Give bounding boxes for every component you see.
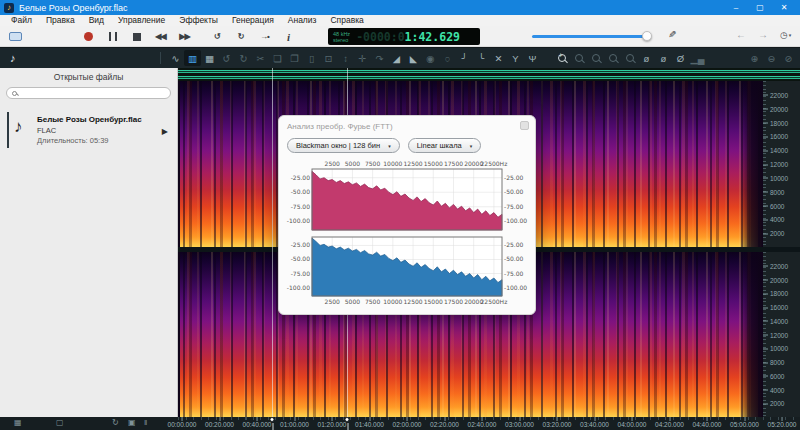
bottom-bar: 00:00.00000:20.00000:40.00001:00.00001:2… xyxy=(0,417,800,430)
paste-button[interactable]: ❐ xyxy=(286,50,303,66)
skip-forward-button[interactable]: ▶▶ xyxy=(177,26,192,47)
ruler-zoom-out-icon[interactable]: ⊖ xyxy=(763,50,780,66)
svg-text:22500Hz: 22500Hz xyxy=(481,160,508,167)
freq-label: 16000 xyxy=(770,133,788,140)
pen-icon[interactable]: ✎ xyxy=(668,29,676,40)
time-format-dropdown[interactable]: ◷ ▾ xyxy=(780,30,791,40)
cut-button[interactable]: ✂ xyxy=(252,50,269,66)
menu-item-2[interactable]: Правка xyxy=(39,15,82,26)
loop-indicator-icon[interactable]: ↻ xyxy=(112,418,119,427)
menu-item-1[interactable]: Файл xyxy=(4,15,39,26)
spin-tool-button[interactable]: ↷ xyxy=(371,50,388,66)
window-title: Белые Розы Оренбург.flac xyxy=(19,3,127,13)
files-list-view-button[interactable]: ▦ xyxy=(14,418,22,427)
trim-button[interactable]: ⊡ xyxy=(320,50,337,66)
freq-label: 6000 xyxy=(770,202,784,209)
waveform-view-button[interactable]: ∿ xyxy=(167,50,184,66)
pause-button[interactable] xyxy=(105,26,120,47)
move-tool-button[interactable]: ✛ xyxy=(354,50,371,66)
redo-button[interactable]: ↻ xyxy=(235,50,252,66)
menu-item-3[interactable]: Вид xyxy=(82,15,111,26)
svg-text:7500: 7500 xyxy=(365,160,380,167)
fit-vertical-button[interactable]: ↕ xyxy=(337,50,354,66)
selection-marker[interactable] xyxy=(345,417,350,422)
delete-button[interactable]: ▯ xyxy=(303,50,320,66)
copy-button[interactable]: ❏ xyxy=(269,50,286,66)
compact-view-button[interactable]: ▢ xyxy=(56,418,64,427)
stop-button[interactable] xyxy=(129,26,144,47)
fft-charts: -25.00-25.00-50.00-50.00-75.00-75.00-100… xyxy=(287,160,527,307)
volume-slider-thumb[interactable] xyxy=(642,31,652,41)
time-label: 01:40.000 xyxy=(355,421,384,428)
menu-item-8[interactable]: Справка xyxy=(323,15,370,26)
zoom-out-button[interactable] xyxy=(570,50,587,66)
skip-back-button[interactable]: ◀◀ xyxy=(153,26,168,47)
edit-select-button[interactable]: ø xyxy=(638,50,655,66)
close-button[interactable]: ✕ xyxy=(772,0,796,15)
y-split-tool-button[interactable]: Y xyxy=(507,50,524,66)
repeat-button[interactable]: ↻ xyxy=(233,26,248,47)
maximize-button[interactable]: ▢ xyxy=(748,0,772,15)
minimap-toggle-icon[interactable]: ▣ xyxy=(128,418,136,427)
menu-item-6[interactable]: Генерация xyxy=(225,15,281,26)
time-label: 00:20.000 xyxy=(205,421,234,428)
selection-line[interactable] xyxy=(272,68,273,417)
fade-in-button[interactable]: ◢ xyxy=(388,50,405,66)
undo-button[interactable]: ↺ xyxy=(218,50,235,66)
time-label: 03:20.000 xyxy=(543,421,572,428)
freq-label: 10000 xyxy=(770,174,788,181)
menu-item-4[interactable]: Управление xyxy=(111,15,172,26)
dialog-detach-button[interactable] xyxy=(520,121,529,130)
files-panel-note-icon[interactable]: ♪ xyxy=(10,52,16,64)
curve-in-tool-button[interactable]: ╯ xyxy=(456,50,473,66)
zoom-selection-button[interactable] xyxy=(587,50,604,66)
info-button[interactable]: i xyxy=(281,26,296,47)
scale-type-select[interactable]: Linear шкала ▾ xyxy=(408,138,482,153)
zoom-full-button[interactable] xyxy=(621,50,638,66)
volume-slider[interactable] xyxy=(532,35,650,38)
menu-item-5[interactable]: Эффекты xyxy=(172,15,225,26)
selection-marker[interactable] xyxy=(270,417,275,422)
levels-icon[interactable]: ▁▄ xyxy=(689,50,706,66)
nav-forward-icon[interactable]: → xyxy=(758,29,768,40)
zoom-vertical-button[interactable] xyxy=(604,50,621,66)
edit-zero-button[interactable]: Ø xyxy=(672,50,689,66)
svg-text:-25.00: -25.00 xyxy=(291,174,311,181)
cross-tool-button[interactable]: ✕ xyxy=(490,50,507,66)
ruler-tool-icons: ⊕⊖⊘ xyxy=(746,50,797,66)
edit-draw-button[interactable]: ø xyxy=(655,50,672,66)
zoom-selection-icon xyxy=(592,54,600,62)
merge-tool-button[interactable]: Ψ xyxy=(524,50,541,66)
loop-playback-button[interactable]: ↺ xyxy=(209,26,224,47)
normalize-button[interactable]: ◉ xyxy=(422,50,439,66)
svg-text:-50.00: -50.00 xyxy=(291,255,311,262)
circle-tool-button[interactable]: ○ xyxy=(439,50,456,66)
timeline-ruler[interactable]: 00:00.00000:20.00000:40.00001:00.00001:2… xyxy=(178,417,800,430)
ocenaudio-window: ♪ Белые Розы Оренбург.flac – ▢ ✕ ФайлПра… xyxy=(0,0,800,430)
minimize-button[interactable]: – xyxy=(724,0,748,15)
window-type-value: Blackman окно | 128 бин xyxy=(296,141,380,150)
selection-box-button[interactable] xyxy=(8,26,23,47)
search-input[interactable] xyxy=(20,89,165,98)
nav-back-icon[interactable]: ← xyxy=(736,29,746,40)
play-file-button[interactable]: ▶ xyxy=(162,127,168,136)
time-counter-value: 1:42.629 xyxy=(405,30,460,44)
goto-end-button[interactable]: →• xyxy=(257,26,272,47)
file-list-item[interactable]: ♪ Белые Розы Оренбург.flac FLAC Длительн… xyxy=(0,109,177,151)
left-channel-spectrum-chart: -25.00-25.00-50.00-50.00-75.00-75.00-100… xyxy=(286,160,528,232)
svg-text:12500: 12500 xyxy=(404,160,423,167)
spectrogram-view-button[interactable]: ▥ xyxy=(184,50,201,66)
window-type-select[interactable]: Blackman окно | 128 бин ▾ xyxy=(287,138,400,153)
spectral-settings-button[interactable]: ▦ xyxy=(201,50,218,66)
zoom-in-button[interactable] xyxy=(553,50,570,66)
svg-text:-75.00: -75.00 xyxy=(504,270,524,277)
menu-item-7[interactable]: Анализ xyxy=(281,15,324,26)
ruler-zoom-in-icon[interactable]: ⊕ xyxy=(746,50,763,66)
curve-out-tool-button[interactable]: ╰ xyxy=(473,50,490,66)
pause-indicator-icon[interactable]: ‖ xyxy=(144,418,147,427)
ruler-menu-icon[interactable]: ⊘ xyxy=(780,50,797,66)
svg-text:15000: 15000 xyxy=(424,160,443,167)
toolbar-left-section: ♪ xyxy=(0,52,160,64)
fade-out-button[interactable]: ◣ xyxy=(405,50,422,66)
record-button[interactable] xyxy=(81,26,96,47)
